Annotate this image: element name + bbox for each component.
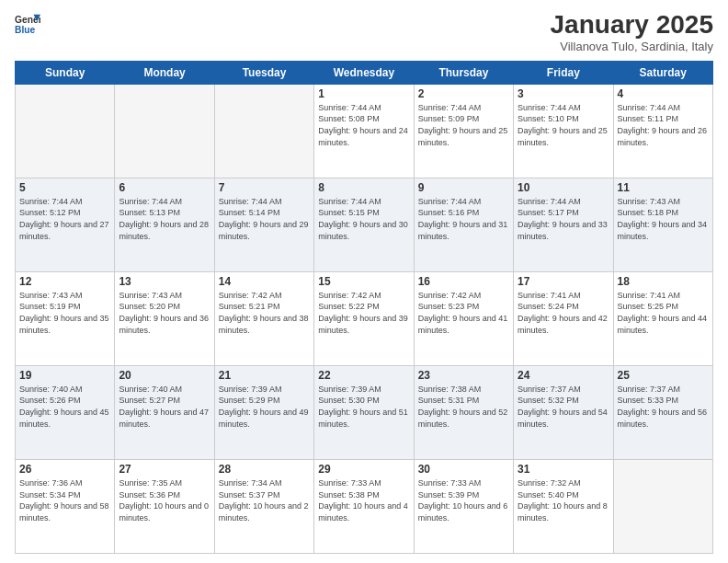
table-cell: 10Sunrise: 7:44 AM Sunset: 5:17 PM Dayli… (514, 178, 613, 271)
table-cell: 2Sunrise: 7:44 AM Sunset: 5:09 PM Daylig… (414, 84, 513, 178)
day-info: Sunrise: 7:38 AM Sunset: 5:31 PM Dayligh… (418, 384, 509, 430)
header-sunday: Sunday (16, 61, 115, 84)
day-info: Sunrise: 7:35 AM Sunset: 5:36 PM Dayligh… (119, 477, 210, 523)
day-info: Sunrise: 7:41 AM Sunset: 5:24 PM Dayligh… (518, 290, 609, 336)
day-info: Sunrise: 7:44 AM Sunset: 5:14 PM Dayligh… (219, 196, 310, 242)
week-row-1: 1Sunrise: 7:44 AM Sunset: 5:08 PM Daylig… (16, 84, 713, 178)
table-cell: 12Sunrise: 7:43 AM Sunset: 5:19 PM Dayli… (16, 271, 115, 365)
day-number: 7 (219, 181, 310, 194)
table-cell (613, 459, 712, 553)
table-cell: 3Sunrise: 7:44 AM Sunset: 5:10 PM Daylig… (514, 84, 613, 178)
day-info: Sunrise: 7:44 AM Sunset: 5:11 PM Dayligh… (618, 102, 709, 148)
days-header-row: Sunday Monday Tuesday Wednesday Thursday… (16, 61, 713, 84)
table-cell: 23Sunrise: 7:38 AM Sunset: 5:31 PM Dayli… (414, 365, 513, 459)
header: General Blue January 2025 Villanova Tulo… (15, 11, 713, 53)
day-info: Sunrise: 7:40 AM Sunset: 5:27 PM Dayligh… (119, 384, 210, 430)
day-number: 5 (19, 181, 110, 194)
day-number: 12 (19, 275, 110, 288)
day-info: Sunrise: 7:44 AM Sunset: 5:17 PM Dayligh… (518, 196, 609, 242)
day-number: 18 (618, 275, 709, 288)
table-cell: 17Sunrise: 7:41 AM Sunset: 5:24 PM Dayli… (514, 271, 613, 365)
calendar-title: January 2025 (551, 11, 713, 40)
header-monday: Monday (115, 61, 214, 84)
table-cell: 24Sunrise: 7:37 AM Sunset: 5:32 PM Dayli… (514, 365, 613, 459)
table-cell: 4Sunrise: 7:44 AM Sunset: 5:11 PM Daylig… (613, 84, 712, 178)
table-cell: 19Sunrise: 7:40 AM Sunset: 5:26 PM Dayli… (16, 365, 115, 459)
header-tuesday: Tuesday (214, 61, 313, 84)
day-info: Sunrise: 7:44 AM Sunset: 5:13 PM Dayligh… (119, 196, 210, 242)
table-cell: 6Sunrise: 7:44 AM Sunset: 5:13 PM Daylig… (115, 178, 214, 271)
day-number: 30 (418, 463, 509, 476)
day-info: Sunrise: 7:44 AM Sunset: 5:08 PM Dayligh… (318, 102, 409, 148)
day-info: Sunrise: 7:33 AM Sunset: 5:39 PM Dayligh… (418, 477, 509, 523)
table-cell: 21Sunrise: 7:39 AM Sunset: 5:29 PM Dayli… (214, 365, 313, 459)
table-cell: 25Sunrise: 7:37 AM Sunset: 5:33 PM Dayli… (613, 365, 712, 459)
header-friday: Friday (514, 61, 613, 84)
day-info: Sunrise: 7:37 AM Sunset: 5:33 PM Dayligh… (618, 384, 709, 430)
page-container: General Blue January 2025 Villanova Tulo… (0, 0, 728, 563)
logo: General Blue (15, 11, 40, 37)
table-cell: 5Sunrise: 7:44 AM Sunset: 5:12 PM Daylig… (16, 178, 115, 271)
day-number: 11 (618, 181, 709, 194)
day-info: Sunrise: 7:44 AM Sunset: 5:10 PM Dayligh… (518, 102, 609, 148)
day-number: 2 (418, 87, 509, 100)
day-number: 31 (518, 463, 609, 476)
table-cell (16, 84, 115, 178)
day-info: Sunrise: 7:39 AM Sunset: 5:29 PM Dayligh… (219, 384, 310, 430)
day-info: Sunrise: 7:42 AM Sunset: 5:21 PM Dayligh… (219, 290, 310, 336)
day-info: Sunrise: 7:32 AM Sunset: 5:40 PM Dayligh… (518, 477, 609, 523)
table-cell (214, 84, 313, 178)
day-info: Sunrise: 7:37 AM Sunset: 5:32 PM Dayligh… (518, 384, 609, 430)
day-number: 13 (119, 275, 210, 288)
day-number: 4 (618, 87, 709, 100)
day-number: 17 (518, 275, 609, 288)
day-number: 20 (119, 369, 210, 382)
day-number: 26 (19, 463, 110, 476)
day-number: 14 (219, 275, 310, 288)
table-cell: 20Sunrise: 7:40 AM Sunset: 5:27 PM Dayli… (115, 365, 214, 459)
table-cell: 11Sunrise: 7:43 AM Sunset: 5:18 PM Dayli… (613, 178, 712, 271)
day-info: Sunrise: 7:40 AM Sunset: 5:26 PM Dayligh… (19, 384, 110, 430)
day-number: 3 (518, 87, 609, 100)
table-cell: 29Sunrise: 7:33 AM Sunset: 5:38 PM Dayli… (314, 459, 414, 553)
table-cell: 1Sunrise: 7:44 AM Sunset: 5:08 PM Daylig… (314, 84, 414, 178)
day-number: 15 (318, 275, 409, 288)
calendar-table: Sunday Monday Tuesday Wednesday Thursday… (15, 61, 713, 554)
table-cell: 26Sunrise: 7:36 AM Sunset: 5:34 PM Dayli… (16, 459, 115, 553)
day-info: Sunrise: 7:43 AM Sunset: 5:18 PM Dayligh… (618, 196, 709, 242)
day-info: Sunrise: 7:39 AM Sunset: 5:30 PM Dayligh… (318, 384, 409, 430)
day-number: 8 (318, 181, 409, 194)
day-info: Sunrise: 7:43 AM Sunset: 5:19 PM Dayligh… (19, 290, 110, 336)
header-saturday: Saturday (613, 61, 712, 84)
table-cell: 22Sunrise: 7:39 AM Sunset: 5:30 PM Dayli… (314, 365, 414, 459)
title-block: January 2025 Villanova Tulo, Sardinia, I… (551, 11, 713, 53)
table-cell: 16Sunrise: 7:42 AM Sunset: 5:23 PM Dayli… (414, 271, 513, 365)
day-info: Sunrise: 7:44 AM Sunset: 5:12 PM Dayligh… (19, 196, 110, 242)
day-info: Sunrise: 7:34 AM Sunset: 5:37 PM Dayligh… (219, 477, 310, 523)
day-number: 23 (418, 369, 509, 382)
day-info: Sunrise: 7:44 AM Sunset: 5:15 PM Dayligh… (318, 196, 409, 242)
week-row-3: 12Sunrise: 7:43 AM Sunset: 5:19 PM Dayli… (16, 271, 713, 365)
table-cell: 31Sunrise: 7:32 AM Sunset: 5:40 PM Dayli… (514, 459, 613, 553)
table-cell: 18Sunrise: 7:41 AM Sunset: 5:25 PM Dayli… (613, 271, 712, 365)
table-cell: 8Sunrise: 7:44 AM Sunset: 5:15 PM Daylig… (314, 178, 414, 271)
day-info: Sunrise: 7:42 AM Sunset: 5:23 PM Dayligh… (418, 290, 509, 336)
table-cell: 13Sunrise: 7:43 AM Sunset: 5:20 PM Dayli… (115, 271, 214, 365)
day-number: 29 (318, 463, 409, 476)
day-number: 24 (518, 369, 609, 382)
table-cell: 14Sunrise: 7:42 AM Sunset: 5:21 PM Dayli… (214, 271, 313, 365)
table-cell: 27Sunrise: 7:35 AM Sunset: 5:36 PM Dayli… (115, 459, 214, 553)
day-number: 1 (318, 87, 409, 100)
header-thursday: Thursday (414, 61, 513, 84)
table-cell: 7Sunrise: 7:44 AM Sunset: 5:14 PM Daylig… (214, 178, 313, 271)
week-row-2: 5Sunrise: 7:44 AM Sunset: 5:12 PM Daylig… (16, 178, 713, 271)
day-info: Sunrise: 7:43 AM Sunset: 5:20 PM Dayligh… (119, 290, 210, 336)
svg-text:Blue: Blue (15, 25, 36, 35)
day-number: 19 (19, 369, 110, 382)
week-row-4: 19Sunrise: 7:40 AM Sunset: 5:26 PM Dayli… (16, 365, 713, 459)
table-cell: 15Sunrise: 7:42 AM Sunset: 5:22 PM Dayli… (314, 271, 414, 365)
week-row-5: 26Sunrise: 7:36 AM Sunset: 5:34 PM Dayli… (16, 459, 713, 553)
day-info: Sunrise: 7:44 AM Sunset: 5:09 PM Dayligh… (418, 102, 509, 148)
day-number: 9 (418, 181, 509, 194)
day-info: Sunrise: 7:33 AM Sunset: 5:38 PM Dayligh… (318, 477, 409, 523)
